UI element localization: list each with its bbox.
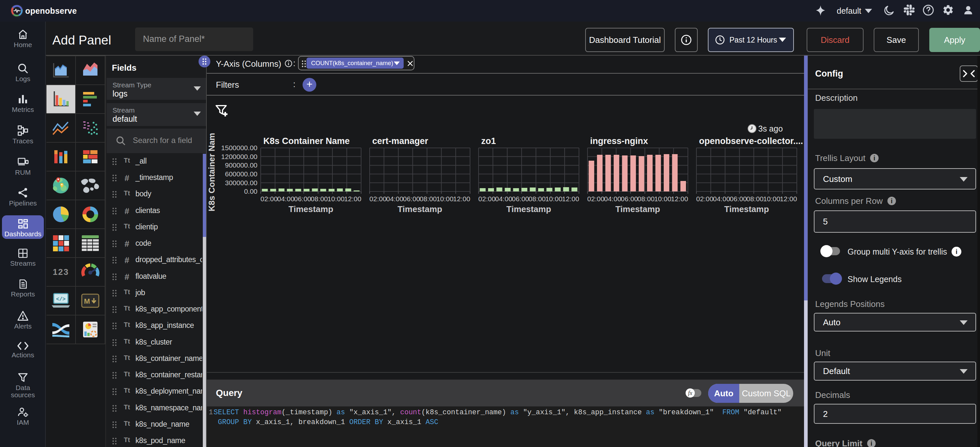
svg-text:0.00: 0.00: [244, 188, 258, 195]
svg-text:1200000.00: 1200000.00: [221, 153, 258, 160]
svg-text:06:00: 06:00: [621, 195, 638, 202]
svg-text:Timestamp: Timestamp: [615, 204, 660, 214]
svg-text:openobserve-collector....: openobserve-collector....: [699, 136, 803, 146]
svg-text:06:00: 06:00: [403, 195, 420, 202]
svg-text:K8s Container Name: K8s Container Name: [263, 136, 350, 146]
svg-text:cert-manager: cert-manager: [372, 136, 428, 146]
svg-text:08:00: 08:00: [420, 195, 437, 202]
svg-text:08:00: 08:00: [528, 195, 546, 202]
svg-text:04:00: 04:00: [604, 195, 622, 202]
svg-text:08:00: 08:00: [311, 195, 328, 202]
svg-text:900000.00: 900000.00: [225, 161, 258, 169]
svg-text:06:00: 06:00: [730, 195, 747, 202]
svg-text:10:00: 10:00: [654, 195, 671, 202]
svg-text:02:00: 02:00: [260, 195, 278, 202]
svg-text:04:00: 04:00: [386, 195, 404, 202]
svg-text:10:00: 10:00: [545, 195, 563, 202]
svg-text:zo1: zo1: [481, 136, 496, 146]
svg-text:12:00: 12:00: [780, 195, 797, 202]
svg-text:Timestamp: Timestamp: [506, 204, 551, 214]
svg-text:02:00: 02:00: [369, 195, 387, 202]
svg-text:ingress-nginx: ingress-nginx: [590, 136, 648, 146]
svg-text:M: M: [84, 297, 90, 305]
svg-text:12:00: 12:00: [344, 195, 361, 202]
svg-text:Timestamp: Timestamp: [398, 204, 442, 214]
svg-text:06:00: 06:00: [512, 195, 529, 202]
svg-text:10:00: 10:00: [763, 195, 781, 202]
svg-text:Timestamp: Timestamp: [288, 204, 333, 214]
svg-text:1500000.00: 1500000.00: [221, 144, 258, 151]
svg-text:06:00: 06:00: [294, 195, 312, 202]
svg-text:02:00: 02:00: [587, 195, 605, 202]
svg-text:600000.00: 600000.00: [225, 170, 258, 178]
svg-text:08:00: 08:00: [638, 195, 655, 202]
svg-text:Timestamp: Timestamp: [724, 204, 769, 214]
svg-text:04:00: 04:00: [495, 195, 512, 202]
svg-text:K8s Container Nam: K8s Container Nam: [207, 133, 216, 212]
svg-text:</>: </>: [56, 296, 66, 302]
svg-text:02:00: 02:00: [696, 195, 713, 202]
svg-text:12:00: 12:00: [671, 195, 688, 202]
svg-text:02:00: 02:00: [478, 195, 496, 202]
svg-text:04:00: 04:00: [277, 195, 295, 202]
svg-text:12:00: 12:00: [562, 195, 579, 202]
svg-text:04:00: 04:00: [713, 195, 730, 202]
svg-text:12:00: 12:00: [453, 195, 470, 202]
svg-text:10:00: 10:00: [436, 195, 454, 202]
svg-text:08:00: 08:00: [746, 195, 764, 202]
svg-text:10:00: 10:00: [328, 195, 345, 202]
svg-text:300000.00: 300000.00: [225, 179, 258, 186]
